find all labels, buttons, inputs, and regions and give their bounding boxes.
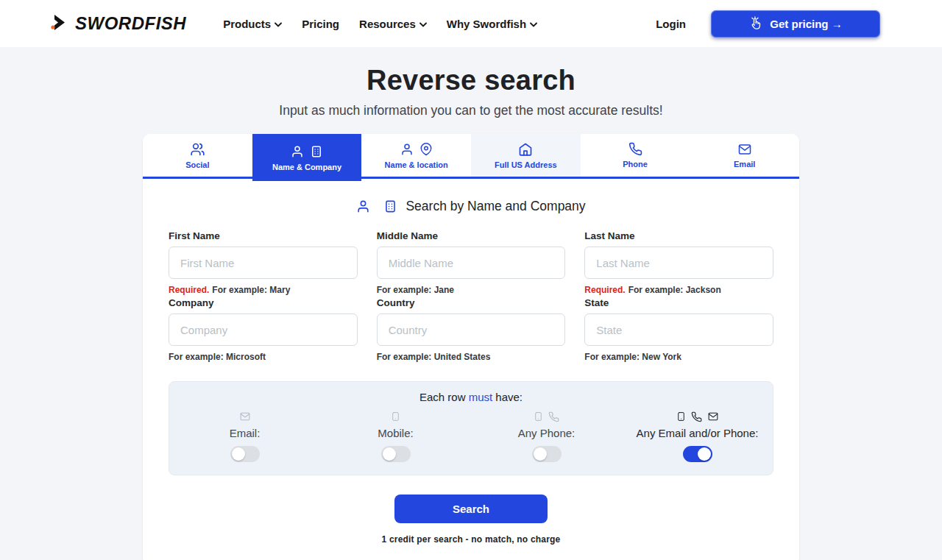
chevron-down-icon [419, 22, 427, 27]
any-email-phone-toggle[interactable] [683, 446, 712, 462]
tab-phone[interactable]: Phone [581, 134, 690, 177]
form-grid: First Name Required.For example: Mary Mi… [169, 230, 773, 362]
toggle-block-mobile: Mobile: [320, 411, 471, 462]
phone-icon [628, 142, 642, 156]
tab-name-company[interactable]: Name & Company [252, 134, 362, 181]
toggle-knob [534, 447, 547, 461]
nav-menu: Products Pricing Resources Why Swordfish [223, 18, 537, 30]
chevron-down-icon [530, 22, 537, 27]
last-name-input[interactable] [584, 247, 773, 279]
field-label: Middle Name [377, 230, 566, 241]
field-state: State For example: New York [584, 297, 773, 362]
phone-icon [548, 411, 559, 422]
form-heading-text: Search by Name and Company [406, 199, 585, 214]
tab-email[interactable]: Email [690, 134, 799, 177]
required-marker: Required. [169, 285, 209, 295]
nav-item-products[interactable]: Products [223, 18, 282, 30]
field-helper: For example: United States [377, 352, 566, 362]
toggle-block-any-phone: Any Phone: [471, 411, 622, 462]
field-country: Country For example: United States [377, 297, 566, 362]
building-icon [310, 144, 323, 159]
nav-item-label: Resources [359, 18, 416, 30]
any-phone-toggle[interactable] [532, 446, 562, 462]
tab-full-us-address[interactable]: Full US Address [471, 134, 581, 177]
person-icon [356, 199, 370, 214]
field-helper: Required.For example: Jackson [584, 285, 773, 295]
header-actions: Login Get pricing → [656, 10, 880, 38]
tab-label: Email [734, 160, 755, 169]
field-helper: For example: Microsoft [169, 352, 358, 362]
company-input[interactable] [169, 313, 358, 346]
swordfish-logo[interactable]: SWORDFISH [50, 13, 186, 34]
nav-item-label: Pricing [302, 18, 339, 30]
field-first-name: First Name Required.For example: Mary [169, 230, 358, 295]
hero: Reverse search Input as much information… [0, 65, 942, 118]
nav-item-label: Why Swordfish [447, 18, 526, 30]
tap-click-icon [748, 16, 763, 31]
toggle-label: Any Phone: [518, 427, 576, 439]
nav-item-label: Products [223, 18, 271, 30]
get-pricing-label: Get pricing → [770, 18, 842, 30]
field-label: Country [377, 297, 566, 308]
toggle-knob [232, 447, 245, 461]
toggle-label: Any Email and/or Phone: [637, 427, 759, 439]
envelope-icon [707, 411, 719, 422]
tab-label: Name & location [385, 160, 448, 169]
state-input[interactable] [584, 313, 773, 346]
nav-item-pricing[interactable]: Pricing [302, 18, 339, 30]
mobile-icon [534, 411, 543, 422]
tab-name-location[interactable]: Name & location [361, 134, 471, 177]
tab-label: Name & Company [272, 163, 341, 171]
map-pin-icon [419, 142, 433, 157]
search-tabs: Social Name & Company [143, 134, 799, 179]
mobile-toggle[interactable] [381, 446, 411, 462]
credit-note: 1 credit per search - no match, no charg… [382, 534, 561, 545]
field-helper: For example: New York [584, 352, 773, 362]
field-company: Company For example: Microsoft [169, 297, 358, 362]
field-helper: Required.For example: Mary [169, 285, 358, 295]
search-form: Search by Name and Company First Name Re… [143, 199, 799, 362]
page-subtitle: Input as much information you can to get… [0, 103, 942, 118]
toggle-row: Email: Mobile: [169, 411, 773, 462]
login-link[interactable]: Login [656, 18, 686, 30]
brand-name: SWORDFISH [75, 13, 186, 34]
get-pricing-button[interactable]: Get pricing → [711, 10, 880, 38]
field-helper: For example: Jane [377, 285, 566, 295]
must-emphasis: must [469, 391, 493, 403]
must-have-panel: Each row must have: Email: Mobile: [169, 381, 773, 475]
field-label: First Name [169, 230, 358, 241]
toggle-block-any-email-phone: Any Email and/or Phone: [622, 411, 773, 462]
must-have-title: Each row must have: [169, 391, 773, 403]
chevron-down-icon [275, 22, 282, 27]
person-icon [291, 144, 304, 159]
search-card: Social Name & Company [143, 134, 799, 560]
mobile-icon [676, 411, 686, 422]
tab-social[interactable]: Social [143, 134, 252, 177]
toggle-block-email: Email: [169, 411, 320, 462]
envelope-icon [737, 143, 752, 156]
nav-item-why-swordfish[interactable]: Why Swordfish [447, 18, 537, 30]
first-name-input[interactable] [169, 247, 358, 279]
field-label: Last Name [584, 230, 773, 241]
phone-icon [691, 411, 702, 422]
email-toggle[interactable] [230, 446, 260, 462]
submit-area: Search 1 credit per search - no match, n… [143, 495, 799, 545]
required-marker: Required. [584, 285, 625, 295]
middle-name-input[interactable] [377, 247, 566, 279]
toggle-knob [383, 447, 396, 461]
toggle-label: Mobile: [378, 427, 413, 439]
field-last-name: Last Name Required.For example: Jackson [584, 230, 773, 295]
search-button[interactable]: Search [394, 495, 548, 523]
swordfish-logo-icon [50, 13, 69, 34]
building-icon [383, 199, 397, 214]
tab-label: Phone [623, 160, 648, 169]
envelope-icon [239, 411, 251, 422]
home-icon [518, 142, 533, 157]
person-icon [400, 142, 414, 157]
toggle-knob [698, 447, 711, 461]
page-title: Reverse search [0, 65, 942, 96]
country-input[interactable] [377, 313, 566, 346]
top-nav: SWORDFISH Products Pricing Resources Why… [0, 0, 942, 47]
tab-label: Full US Address [495, 160, 557, 169]
nav-item-resources[interactable]: Resources [359, 18, 427, 30]
